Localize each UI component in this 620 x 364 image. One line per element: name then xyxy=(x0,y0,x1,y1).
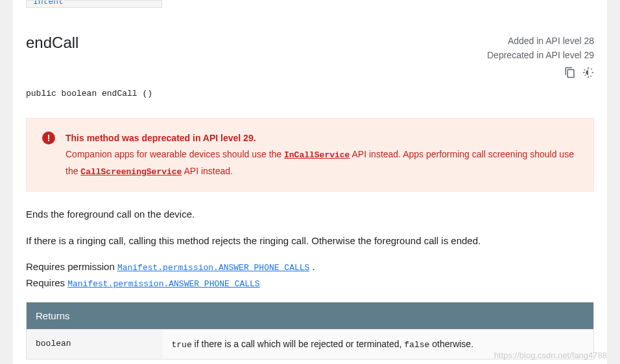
deprecation-warning: ! This method was deprecated in API leve… xyxy=(26,118,594,192)
copy-icon[interactable] xyxy=(564,67,576,78)
api-added-label: Added in API level 28 xyxy=(487,34,594,48)
previous-item-fragment: Intent xyxy=(26,0,162,8)
watermark: https://blog.csdn.net/fang4788 xyxy=(494,350,607,360)
deprecation-text: API instead. xyxy=(182,166,233,176)
deprecation-title: This method was deprecated in API level … xyxy=(66,133,256,143)
permission-link[interactable]: Manifest.permission.ANSWER_PHONE_CALLS xyxy=(117,263,309,273)
deprecation-text: Companion apps for wearable devices shou… xyxy=(66,149,284,159)
warning-icon: ! xyxy=(42,131,55,144)
description-paragraph: Ends the foreground call on the device. xyxy=(26,207,594,222)
incallservice-link[interactable]: InCallService xyxy=(284,150,350,160)
callscreeningservice-link[interactable]: CallScreeningService xyxy=(80,167,182,177)
return-type: boolean xyxy=(27,330,163,359)
requires-label: Requires xyxy=(26,277,67,288)
method-title: endCall xyxy=(26,34,78,52)
dark-mode-icon[interactable] xyxy=(582,67,594,78)
returns-header: Returns xyxy=(27,302,594,330)
permission-link[interactable]: Manifest.permission.ANSWER_PHONE_CALLS xyxy=(67,279,259,289)
api-deprecated-label: Deprecated in API level 29 xyxy=(487,48,594,62)
fragment-link[interactable]: Intent xyxy=(33,0,64,6)
requires-label: Requires permission xyxy=(26,261,117,272)
description-paragraph: If there is a ringing call, calling this… xyxy=(26,234,594,249)
method-signature: public boolean endCall () xyxy=(26,89,594,98)
